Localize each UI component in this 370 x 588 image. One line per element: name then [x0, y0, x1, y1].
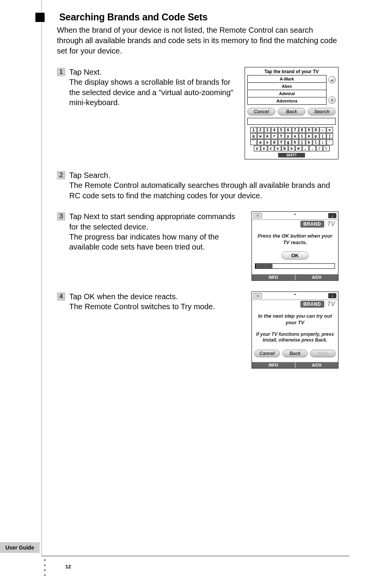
keyboard-key[interactable]: n: [288, 146, 295, 151]
home-icon[interactable]: ⌂: [328, 213, 337, 218]
keyboard-key[interactable]: c: [268, 146, 274, 151]
avch-tab[interactable]: A/CH: [295, 362, 338, 368]
home-icon[interactable]: ⌂: [328, 293, 337, 298]
brand-list-item[interactable]: Admiral: [248, 90, 326, 97]
keyboard-key[interactable]: p: [313, 133, 319, 139]
keyboard-key[interactable]: 4: [271, 127, 278, 133]
keyboard-key[interactable]: 2: [257, 127, 264, 133]
keyboard-key[interactable]: y: [285, 133, 292, 139]
brand-list-item[interactable]: Adventura: [248, 97, 326, 104]
shift-key[interactable]: SHIFT: [278, 153, 305, 157]
signal-icon: ⌃: [289, 213, 301, 219]
mini-keyboard[interactable]: 1234567890-= qwertyuiop[] `asdfghjkl;' z…: [245, 127, 338, 159]
keyboard-key[interactable]: w: [257, 133, 264, 139]
ok-button[interactable]: OK: [282, 251, 308, 260]
footer-rule: [42, 556, 349, 556]
brand-list[interactable]: A-Mark Abex Admiral Adventura: [247, 75, 327, 105]
keyboard-key[interactable]: r: [271, 133, 278, 139]
keyboard-key[interactable]: 0: [313, 127, 319, 133]
section-heading: Searching Brands and Code Sets: [59, 12, 208, 23]
screenshot-try-mode: ≡ ⌃ ⌂ BRAND TV In the next step you can …: [252, 291, 338, 369]
step-number: 4: [57, 292, 65, 301]
keyboard-key[interactable]: s: [264, 139, 271, 145]
cancel-button[interactable]: Cancel: [254, 350, 280, 357]
back-button[interactable]: Back: [278, 108, 306, 116]
keyboard-key[interactable]: [: [320, 133, 326, 139]
keyboard-key[interactable]: v: [275, 146, 281, 151]
keyboard-key[interactable]: t: [278, 133, 285, 139]
search-button[interactable]: Search: [308, 108, 336, 116]
keyboard-key[interactable]: o: [306, 133, 312, 139]
keyboard-key[interactable]: \: [323, 146, 330, 151]
page-number: 12: [65, 564, 71, 570]
keyboard-key[interactable]: d: [271, 139, 278, 145]
keyboard-key[interactable]: .: [309, 146, 316, 151]
menu-icon[interactable]: ≡: [253, 213, 262, 218]
keyboard-key[interactable]: x: [261, 146, 267, 151]
progress-fill: [255, 264, 273, 268]
step-number: 1: [57, 68, 65, 76]
keyboard-key[interactable]: e: [264, 133, 271, 139]
scroll-down-icon[interactable]: ▼: [328, 96, 336, 104]
cancel-button[interactable]: Cancel: [247, 108, 275, 116]
avch-tab[interactable]: A/CH: [295, 275, 338, 280]
keyboard-key[interactable]: 3: [264, 127, 271, 133]
keyboard-key[interactable]: /: [316, 146, 323, 151]
brand-list-item[interactable]: Abex: [248, 83, 326, 90]
search-input[interactable]: [247, 118, 336, 125]
keyboard-key[interactable]: ]: [327, 133, 333, 139]
keyboard-key[interactable]: 6: [285, 127, 292, 133]
keyboard-key[interactable]: 5: [278, 127, 285, 133]
screenshot-brand-search: Tap the brand of your TV A-Mark Abex Adm…: [245, 67, 338, 159]
keyboard-key[interactable]: u: [292, 133, 298, 139]
footer-dots: [44, 559, 46, 576]
heading-marker: [35, 13, 45, 22]
step-body: The progress bar indicates how many of t…: [69, 233, 219, 251]
keyboard-key[interactable]: h: [292, 139, 298, 145]
keyboard-key[interactable]: 7: [292, 127, 298, 133]
brand-list-item[interactable]: A-Mark: [248, 75, 326, 83]
keyboard-key[interactable]: i: [299, 133, 305, 139]
side-rule: [42, 0, 42, 556]
screen-message: In the next step you can try out your TV: [255, 313, 335, 326]
menu-icon[interactable]: ≡: [253, 293, 262, 298]
keyboard-key[interactable]: f: [278, 139, 285, 145]
screen-title: Tap the brand of your TV: [245, 67, 338, 75]
tv-tab[interactable]: TV: [326, 301, 337, 308]
brand-tab[interactable]: BRAND: [300, 301, 324, 308]
keyboard-key[interactable]: z: [254, 146, 260, 151]
progress-bar: [255, 263, 335, 269]
scroll-up-icon[interactable]: ▲: [328, 76, 336, 84]
screen-message: Press the OK button when your TV reacts.: [255, 233, 335, 246]
keyboard-key[interactable]: ': [327, 139, 333, 145]
signal-icon: ⌃: [289, 293, 301, 299]
keyboard-key[interactable]: m: [295, 146, 302, 151]
keyboard-key[interactable]: a: [257, 139, 264, 145]
keyboard-key[interactable]: b: [282, 146, 288, 151]
step-body: The Remote Control switches to Try mode.: [69, 302, 215, 311]
keyboard-key[interactable]: l: [313, 139, 319, 145]
info-tab[interactable]: INFO: [252, 275, 295, 280]
keyboard-key[interactable]: k: [306, 139, 312, 145]
keyboard-key[interactable]: ,: [302, 146, 309, 151]
keyboard-key[interactable]: ;: [320, 139, 326, 145]
keyboard-key[interactable]: q: [250, 133, 257, 139]
keyboard-key[interactable]: 1: [250, 127, 257, 133]
keyboard-key[interactable]: -: [320, 127, 326, 133]
step-body: The display shows a scrollable list of b…: [69, 78, 233, 107]
keyboard-key[interactable]: j: [299, 139, 305, 145]
step-number: 3: [57, 212, 65, 221]
keyboard-key[interactable]: 9: [306, 127, 312, 133]
section-intro: When the brand of your device is not lis…: [57, 25, 338, 56]
back-button[interactable]: Back: [282, 350, 308, 357]
step-title: Tap Next.: [69, 68, 102, 76]
keyboard-key[interactable]: g: [285, 139, 292, 145]
keyboard-key[interactable]: =: [327, 127, 333, 133]
info-tab[interactable]: INFO: [252, 362, 295, 368]
keyboard-key[interactable]: `: [250, 139, 257, 145]
brand-tab[interactable]: BRAND: [300, 221, 324, 228]
next-button[interactable]: Next: [310, 350, 336, 357]
keyboard-key[interactable]: 8: [299, 127, 305, 133]
step-title: Tap Next to start sending appropriate co…: [69, 212, 235, 231]
tv-tab[interactable]: TV: [326, 221, 337, 228]
